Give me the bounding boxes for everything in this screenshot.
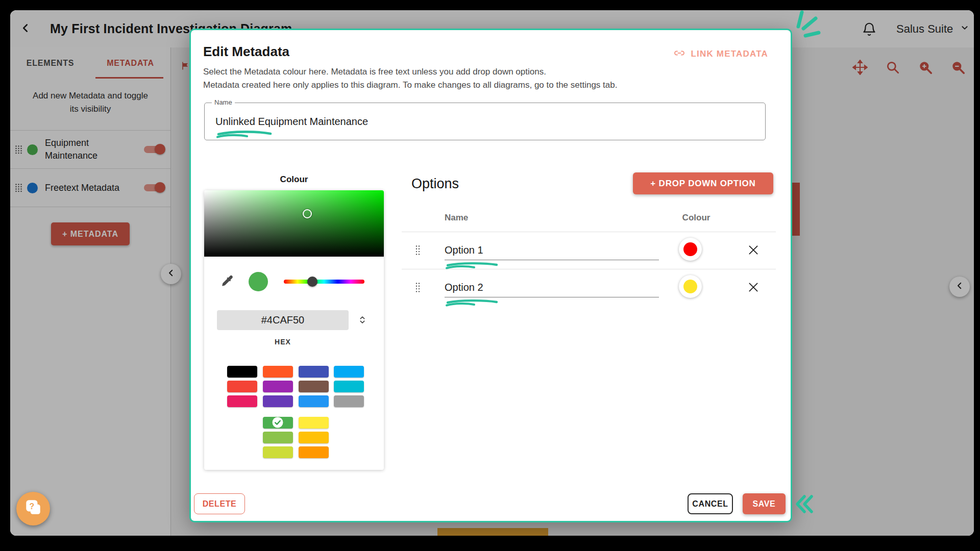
selected-colour-preview [249,272,268,291]
dialog-title: Edit Metadata [203,44,289,60]
option-name-value: Option 1 [445,244,483,256]
colour-swatch[interactable] [299,395,329,407]
help-icon: ? [23,498,43,519]
colour-swatch[interactable] [299,446,329,458]
teal-squiggle-annotation [445,298,500,307]
colour-mode-stepper-icon[interactable] [357,314,368,328]
name-field-value: Unlinked Equipment Maintenance [215,103,368,140]
colour-swatch[interactable] [334,381,364,392]
delete-button[interactable]: DELETE [194,493,245,514]
hue-slider[interactable] [284,280,364,284]
option-row: Option 2 [402,269,776,306]
remove-option-icon[interactable] [747,281,760,293]
options-column-colour: Colour [653,213,740,223]
colour-swatch[interactable] [263,366,293,378]
metadata-name-input[interactable]: Name Unlinked Equipment Maintenance [204,103,766,140]
eyedropper-icon[interactable] [220,274,234,290]
cancel-button[interactable]: CANCEL [688,493,733,514]
option-colour-button[interactable] [679,238,702,261]
hex-colour-input[interactable]: #4CAF50 [217,310,349,330]
colour-picker: #4CAF50 HEX [204,190,384,470]
saturation-gradient[interactable] [204,190,384,257]
add-dropdown-option-button[interactable]: + DROP DOWN OPTION [633,172,773,194]
colour-swatch-selected[interactable] [263,417,293,429]
colour-swatch[interactable] [334,395,364,407]
colour-swatch[interactable] [263,446,293,458]
remove-option-icon[interactable] [747,244,760,256]
options-heading: Options [411,176,459,192]
option-name-value: Option 2 [445,282,483,293]
option-colour-dot [683,242,697,256]
colour-swatch[interactable] [227,381,257,392]
check-circle-icon [272,417,283,428]
colour-swatch[interactable] [227,366,257,378]
option-name-input[interactable]: Option 1 [445,239,659,260]
dialog-description: Select the Metadata colour here. Metadat… [203,65,617,92]
colour-swatch[interactable] [299,381,329,392]
options-column-name: Name [445,213,468,223]
saturation-handle[interactable] [303,209,312,218]
drag-handle-icon[interactable] [415,245,420,258]
colour-swatch[interactable] [263,432,293,443]
option-row: Option 1 [402,232,776,269]
link-metadata-button[interactable]: LINK METADATA [673,47,768,61]
dialog-description-line2: Metadata created here only applies to th… [203,79,617,92]
hex-mode-label: HEX [217,338,349,346]
colour-swatch[interactable] [299,417,329,429]
colour-swatch[interactable] [263,395,293,407]
hue-slider-handle[interactable] [307,277,317,287]
option-name-input[interactable]: Option 2 [445,276,659,297]
colour-swatch[interactable] [299,432,329,443]
colour-swatch[interactable] [334,366,364,378]
drag-handle-icon[interactable] [415,282,420,295]
colour-swatch[interactable] [227,395,257,407]
svg-text:?: ? [30,502,35,511]
edit-metadata-dialog: Edit Metadata LINK METADATA Select the M… [189,29,792,522]
option-colour-dot [683,280,697,293]
colour-picker-label: Colour [204,174,384,185]
help-button[interactable]: ? [16,492,50,525]
colour-swatch[interactable] [299,366,329,378]
option-colour-button[interactable] [679,275,702,298]
colour-swatch[interactable] [263,381,293,392]
link-icon [673,47,685,61]
link-metadata-label: LINK METADATA [691,49,768,59]
save-button[interactable]: SAVE [743,493,786,514]
dialog-description-line1: Select the Metadata colour here. Metadat… [203,65,617,79]
screen: My First Incident Investigation Diagram … [0,0,980,551]
